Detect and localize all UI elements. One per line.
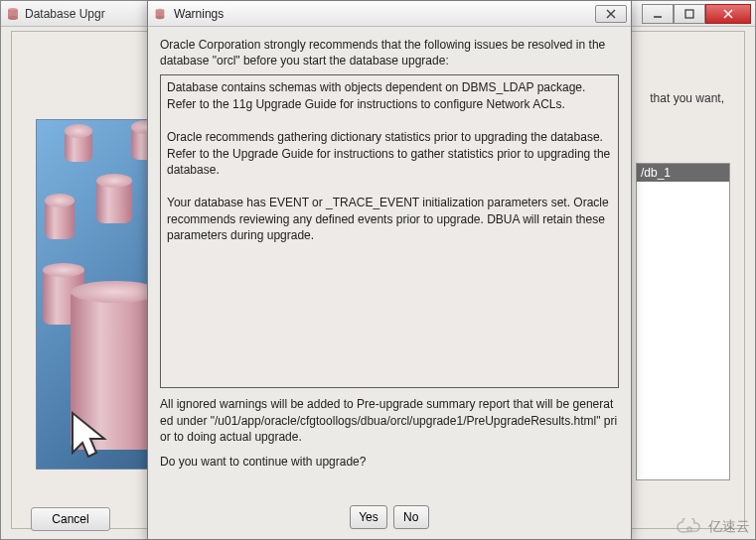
window-controls <box>642 4 751 24</box>
warnings-dialog: Warnings Oracle Corporation strongly rec… <box>147 0 632 540</box>
dialog-close-button[interactable] <box>595 5 627 23</box>
dialog-icon <box>152 6 168 22</box>
dialog-titlebar: Warnings <box>148 1 631 27</box>
dialog-body: Oracle Corporation strongly recommends t… <box>148 27 631 497</box>
close-button[interactable] <box>705 4 751 24</box>
svg-point-12 <box>687 527 691 531</box>
list-item[interactable]: /db_1 <box>637 164 729 182</box>
svg-point-9 <box>156 15 165 19</box>
intro-text: Oracle Corporation strongly recommends t… <box>160 37 619 68</box>
app-icon <box>5 6 21 22</box>
watermark: 亿速云 <box>675 518 750 536</box>
warnings-textarea[interactable]: Database contains schemas with objects d… <box>160 74 619 388</box>
path-listbox[interactable]: /db_1 <box>636 163 730 480</box>
truncated-text: that you want, <box>650 91 724 105</box>
dialog-title: Warnings <box>174 7 595 21</box>
footer-note: All ignored warnings will be added to Pr… <box>160 396 619 445</box>
svg-rect-4 <box>685 10 693 18</box>
maximize-button[interactable] <box>674 4 705 24</box>
dialog-button-row: Yes No <box>148 497 631 539</box>
minimize-button[interactable] <box>642 4 674 24</box>
watermark-text: 亿速云 <box>708 518 750 536</box>
cancel-button[interactable]: Cancel <box>31 507 110 531</box>
cursor-icon <box>67 409 106 459</box>
svg-point-2 <box>8 16 18 20</box>
no-button[interactable]: No <box>393 505 429 529</box>
yes-button[interactable]: Yes <box>350 505 387 529</box>
cloud-icon <box>675 518 702 536</box>
continue-question: Do you want to continue with upgrade? <box>160 455 619 469</box>
